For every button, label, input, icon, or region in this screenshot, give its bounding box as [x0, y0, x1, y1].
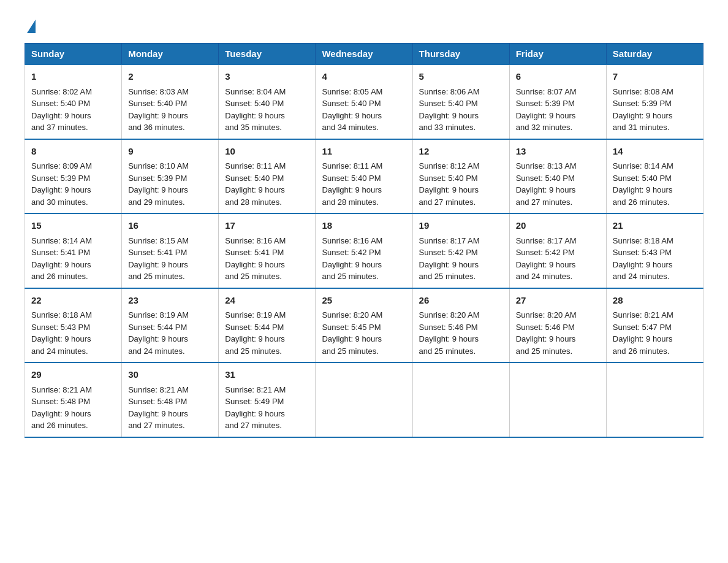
day-number: 8 [31, 145, 115, 159]
calendar-cell: 18Sunrise: 8:16 AMSunset: 5:42 PMDayligh… [316, 213, 412, 288]
calendar-cell: 7Sunrise: 8:08 AMSunset: 5:39 PMDaylight… [606, 64, 703, 139]
day-info: Sunrise: 8:10 AMSunset: 5:39 PMDaylight:… [128, 161, 189, 207]
calendar-cell: 19Sunrise: 8:17 AMSunset: 5:42 PMDayligh… [412, 213, 509, 288]
day-info: Sunrise: 8:17 AMSunset: 5:42 PMDaylight:… [419, 236, 480, 282]
day-info: Sunrise: 8:20 AMSunset: 5:45 PMDaylight:… [322, 310, 382, 356]
day-info: Sunrise: 8:16 AMSunset: 5:42 PMDaylight:… [322, 236, 382, 282]
day-info: Sunrise: 8:15 AMSunset: 5:41 PMDaylight:… [128, 236, 189, 282]
calendar-cell: 8Sunrise: 8:09 AMSunset: 5:39 PMDaylight… [25, 139, 122, 214]
day-info: Sunrise: 8:05 AMSunset: 5:40 PMDaylight:… [322, 87, 382, 132]
calendar-cell: 1Sunrise: 8:02 AMSunset: 5:40 PMDaylight… [25, 64, 122, 139]
calendar-cell: 5Sunrise: 8:06 AMSunset: 5:40 PMDaylight… [412, 64, 509, 139]
header-tuesday: Tuesday [219, 44, 316, 65]
header-monday: Monday [122, 44, 219, 65]
day-number: 18 [322, 219, 406, 233]
day-info: Sunrise: 8:18 AMSunset: 5:43 PMDaylight:… [31, 310, 92, 356]
day-info: Sunrise: 8:14 AMSunset: 5:40 PMDaylight:… [613, 161, 673, 207]
calendar-cell: 15Sunrise: 8:14 AMSunset: 5:41 PMDayligh… [25, 213, 122, 288]
day-info: Sunrise: 8:12 AMSunset: 5:40 PMDaylight:… [419, 161, 480, 207]
day-info: Sunrise: 8:13 AMSunset: 5:40 PMDaylight:… [516, 161, 577, 207]
day-number: 20 [516, 219, 600, 233]
calendar-cell: 30Sunrise: 8:21 AMSunset: 5:48 PMDayligh… [122, 362, 219, 437]
calendar-cell: 17Sunrise: 8:16 AMSunset: 5:41 PMDayligh… [219, 213, 316, 288]
page-header [25, 18, 703, 31]
day-info: Sunrise: 8:19 AMSunset: 5:44 PMDaylight:… [128, 310, 189, 356]
calendar-week-row: 8Sunrise: 8:09 AMSunset: 5:39 PMDaylight… [25, 139, 703, 214]
day-number: 30 [128, 368, 212, 382]
calendar-cell: 11Sunrise: 8:11 AMSunset: 5:40 PMDayligh… [316, 139, 412, 214]
calendar-cell: 2Sunrise: 8:03 AMSunset: 5:40 PMDaylight… [122, 64, 219, 139]
calendar-table: SundayMondayTuesdayWednesdayThursdayFrid… [25, 43, 703, 438]
day-info: Sunrise: 8:21 AMSunset: 5:48 PMDaylight:… [31, 385, 92, 431]
day-info: Sunrise: 8:19 AMSunset: 5:44 PMDaylight:… [225, 310, 286, 356]
day-number: 26 [419, 294, 503, 308]
day-info: Sunrise: 8:21 AMSunset: 5:47 PMDaylight:… [613, 310, 673, 356]
calendar-cell: 6Sunrise: 8:07 AMSunset: 5:39 PMDaylight… [509, 64, 606, 139]
calendar-week-row: 1Sunrise: 8:02 AMSunset: 5:40 PMDaylight… [25, 64, 703, 139]
calendar-cell: 13Sunrise: 8:13 AMSunset: 5:40 PMDayligh… [509, 139, 606, 214]
calendar-cell [316, 362, 412, 437]
calendar-cell: 3Sunrise: 8:04 AMSunset: 5:40 PMDaylight… [219, 64, 316, 139]
day-info: Sunrise: 8:04 AMSunset: 5:40 PMDaylight:… [225, 87, 286, 132]
logo-triangle-icon [27, 20, 36, 33]
day-info: Sunrise: 8:16 AMSunset: 5:41 PMDaylight:… [225, 236, 286, 282]
day-number: 10 [225, 145, 309, 159]
calendar-cell: 23Sunrise: 8:19 AMSunset: 5:44 PMDayligh… [122, 288, 219, 363]
calendar-cell: 16Sunrise: 8:15 AMSunset: 5:41 PMDayligh… [122, 213, 219, 288]
day-info: Sunrise: 8:18 AMSunset: 5:43 PMDaylight:… [613, 236, 673, 282]
header-wednesday: Wednesday [316, 44, 412, 65]
day-info: Sunrise: 8:08 AMSunset: 5:39 PMDaylight:… [613, 87, 673, 132]
calendar-cell: 31Sunrise: 8:21 AMSunset: 5:49 PMDayligh… [219, 362, 316, 437]
day-info: Sunrise: 8:03 AMSunset: 5:40 PMDaylight:… [128, 87, 189, 132]
day-info: Sunrise: 8:09 AMSunset: 5:39 PMDaylight:… [31, 161, 92, 207]
header-saturday: Saturday [606, 44, 703, 65]
day-number: 11 [322, 145, 406, 159]
day-number: 28 [613, 294, 697, 308]
day-number: 5 [419, 70, 503, 84]
calendar-cell [412, 362, 509, 437]
calendar-cell: 10Sunrise: 8:11 AMSunset: 5:40 PMDayligh… [219, 139, 316, 214]
calendar-cell [509, 362, 606, 437]
day-number: 7 [613, 70, 697, 84]
day-number: 9 [128, 145, 212, 159]
day-info: Sunrise: 8:17 AMSunset: 5:42 PMDaylight:… [516, 236, 577, 282]
calendar-cell: 9Sunrise: 8:10 AMSunset: 5:39 PMDaylight… [122, 139, 219, 214]
calendar-cell: 27Sunrise: 8:20 AMSunset: 5:46 PMDayligh… [509, 288, 606, 363]
calendar-header-row: SundayMondayTuesdayWednesdayThursdayFrid… [25, 44, 703, 65]
day-number: 21 [613, 219, 697, 233]
calendar-week-row: 29Sunrise: 8:21 AMSunset: 5:48 PMDayligh… [25, 362, 703, 437]
calendar-week-row: 22Sunrise: 8:18 AMSunset: 5:43 PMDayligh… [25, 288, 703, 363]
day-number: 17 [225, 219, 309, 233]
calendar-cell: 28Sunrise: 8:21 AMSunset: 5:47 PMDayligh… [606, 288, 703, 363]
logo [25, 18, 36, 31]
day-info: Sunrise: 8:07 AMSunset: 5:39 PMDaylight:… [516, 87, 577, 132]
calendar-cell: 4Sunrise: 8:05 AMSunset: 5:40 PMDaylight… [316, 64, 412, 139]
day-info: Sunrise: 8:20 AMSunset: 5:46 PMDaylight:… [419, 310, 480, 356]
day-number: 25 [322, 294, 406, 308]
calendar-cell: 25Sunrise: 8:20 AMSunset: 5:45 PMDayligh… [316, 288, 412, 363]
day-number: 12 [419, 145, 503, 159]
calendar-cell: 20Sunrise: 8:17 AMSunset: 5:42 PMDayligh… [509, 213, 606, 288]
day-number: 13 [516, 145, 600, 159]
calendar-week-row: 15Sunrise: 8:14 AMSunset: 5:41 PMDayligh… [25, 213, 703, 288]
calendar-cell: 12Sunrise: 8:12 AMSunset: 5:40 PMDayligh… [412, 139, 509, 214]
header-friday: Friday [509, 44, 606, 65]
day-number: 19 [419, 219, 503, 233]
day-info: Sunrise: 8:21 AMSunset: 5:48 PMDaylight:… [128, 385, 189, 431]
day-info: Sunrise: 8:02 AMSunset: 5:40 PMDaylight:… [31, 87, 92, 132]
day-number: 23 [128, 294, 212, 308]
day-number: 14 [613, 145, 697, 159]
day-info: Sunrise: 8:20 AMSunset: 5:46 PMDaylight:… [516, 310, 577, 356]
day-number: 15 [31, 219, 115, 233]
calendar-cell: 21Sunrise: 8:18 AMSunset: 5:43 PMDayligh… [606, 213, 703, 288]
day-number: 4 [322, 70, 406, 84]
calendar-cell: 24Sunrise: 8:19 AMSunset: 5:44 PMDayligh… [219, 288, 316, 363]
day-info: Sunrise: 8:21 AMSunset: 5:49 PMDaylight:… [225, 385, 286, 431]
calendar-cell [606, 362, 703, 437]
calendar-cell: 14Sunrise: 8:14 AMSunset: 5:40 PMDayligh… [606, 139, 703, 214]
day-number: 1 [31, 70, 115, 84]
calendar-cell: 22Sunrise: 8:18 AMSunset: 5:43 PMDayligh… [25, 288, 122, 363]
calendar-cell: 26Sunrise: 8:20 AMSunset: 5:46 PMDayligh… [412, 288, 509, 363]
day-number: 31 [225, 368, 309, 382]
header-sunday: Sunday [25, 44, 122, 65]
